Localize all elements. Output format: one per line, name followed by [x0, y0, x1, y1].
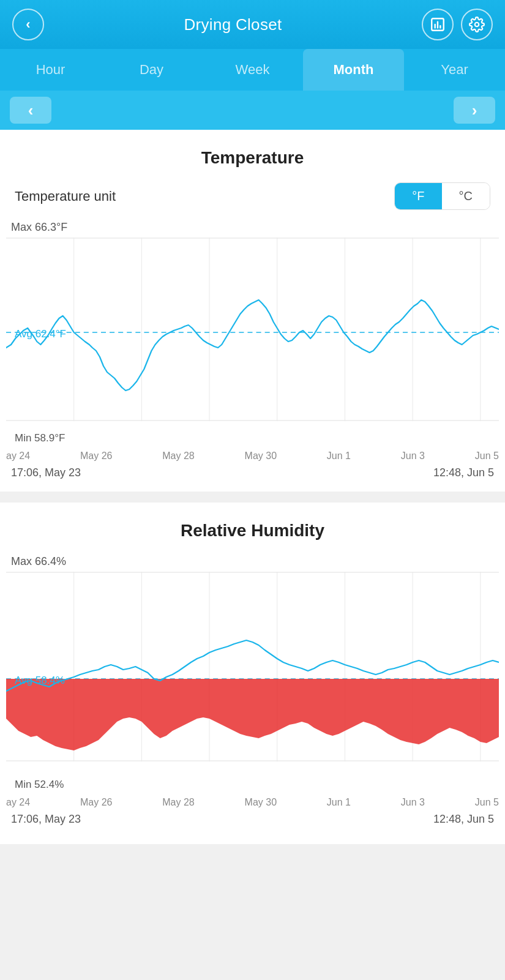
- svg-marker-25: [6, 679, 499, 750]
- x-label-3: May 30: [245, 451, 277, 462]
- settings-button[interactable]: [461, 9, 493, 40]
- hx-label-1: May 26: [80, 797, 112, 808]
- back-icon: ‹: [26, 17, 30, 32]
- prev-button[interactable]: ‹: [10, 97, 51, 124]
- humidity-title: Relative Humidity: [0, 521, 505, 540]
- unit-toggle: °F °C: [394, 182, 490, 210]
- chart-icon: [430, 17, 446, 32]
- svg-point-4: [475, 23, 479, 27]
- hx-label-2: May 28: [162, 797, 194, 808]
- hx-label-5: Jun 3: [401, 797, 425, 808]
- unit-f-button[interactable]: °F: [395, 183, 441, 209]
- humidity-time-end: 12:48, Jun 5: [433, 813, 494, 826]
- temp-min-label: Min 58.9°F: [15, 432, 65, 444]
- tab-hour[interactable]: Hour: [0, 49, 101, 91]
- tab-bar: Hour Day Week Month Year: [0, 49, 505, 91]
- unit-label: Temperature unit: [15, 189, 116, 204]
- humidity-max-label: Max 66.4%: [11, 555, 494, 568]
- x-label-5: Jun 3: [401, 451, 425, 462]
- next-icon: ›: [472, 101, 477, 120]
- humidity-svg: [6, 572, 499, 761]
- humidity-time-range: 17:06, May 23 12:48, Jun 5: [0, 808, 505, 826]
- hx-label-6: Jun 5: [475, 797, 499, 808]
- x-label-1: May 26: [80, 451, 112, 462]
- hx-label-4: Jun 1: [327, 797, 351, 808]
- unit-row: Temperature unit °F °C: [0, 182, 505, 210]
- unit-c-button[interactable]: °C: [442, 183, 490, 209]
- temperature-svg: [6, 238, 499, 421]
- tab-week[interactable]: Week: [202, 49, 303, 91]
- hx-label-0: ay 24: [6, 797, 30, 808]
- gear-icon: [469, 17, 485, 32]
- temp-avg-label: Avg 62.4°F: [15, 328, 66, 340]
- humidity-section: Relative Humidity Max 66.4% Avg 58.4% Mi…: [0, 503, 505, 844]
- humidity-avg-label: Avg 58.4%: [15, 675, 65, 687]
- tab-month[interactable]: Month: [303, 49, 404, 91]
- next-button[interactable]: ›: [454, 97, 495, 124]
- temp-time-range: 17:06, May 23 12:48, Jun 5: [0, 462, 505, 479]
- temp-time-end: 12:48, Jun 5: [433, 466, 494, 479]
- tab-year[interactable]: Year: [404, 49, 505, 91]
- chart-button[interactable]: [422, 9, 454, 40]
- header: ‹ Drying Closet: [0, 0, 505, 49]
- humidity-time-start: 17:06, May 23: [11, 813, 81, 826]
- x-label-6: Jun 5: [475, 451, 499, 462]
- x-label-2: May 28: [162, 451, 194, 462]
- temp-time-start: 17:06, May 23: [11, 466, 81, 479]
- temperature-chart: Avg 62.4°F Min 58.9°F: [6, 238, 499, 446]
- header-actions: [422, 9, 493, 40]
- nav-row: ‹ ›: [0, 91, 505, 130]
- hx-label-3: May 30: [245, 797, 277, 808]
- prev-icon: ‹: [28, 101, 34, 120]
- humidity-chart: Avg 58.4% Min 52.4%: [6, 572, 499, 792]
- temperature-title: Temperature: [0, 148, 505, 168]
- page-title: Drying Closet: [184, 15, 282, 34]
- temp-x-axis: ay 24 May 26 May 28 May 30 Jun 1 Jun 3 J…: [0, 446, 505, 462]
- humidity-x-axis: ay 24 May 26 May 28 May 30 Jun 1 Jun 3 J…: [0, 792, 505, 808]
- temperature-section: Temperature Temperature unit °F °C Max 6…: [0, 130, 505, 492]
- tab-day[interactable]: Day: [101, 49, 202, 91]
- humidity-min-label: Min 52.4%: [15, 779, 64, 791]
- x-label-0: ay 24: [6, 451, 30, 462]
- temp-max-label: Max 66.3°F: [11, 221, 494, 234]
- back-button[interactable]: ‹: [12, 9, 44, 40]
- x-label-4: Jun 1: [327, 451, 351, 462]
